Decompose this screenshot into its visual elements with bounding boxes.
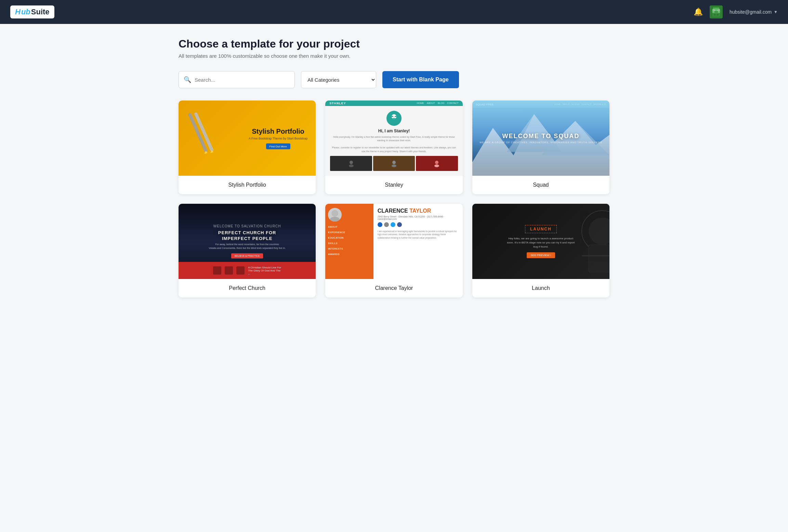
template-name-stanley: Stanley (325, 176, 462, 194)
clarence-nav-awards: AWARDS (328, 252, 370, 256)
logo-suite-text: Suite (31, 8, 50, 16)
template-preview-squad: SQUAD FREE HOME ABOUT WORKS CONTACT DRIB… (472, 101, 609, 176)
social-twitter (391, 222, 395, 227)
stanley-title: Hi, I am Stanley! (378, 129, 410, 133)
svg-point-24 (435, 161, 438, 164)
stanley-avatar (386, 111, 402, 126)
search-input[interactable] (195, 77, 290, 83)
template-name-church: Perfect Church (179, 279, 316, 297)
template-card-squad[interactable]: SQUAD FREE HOME ABOUT WORKS CONTACT DRIB… (472, 101, 609, 194)
page-title: Choose a template for your project (179, 38, 609, 50)
template-name-launch: Launch (472, 279, 609, 297)
svg-rect-8 (720, 10, 721, 12)
stanley-images (330, 156, 458, 171)
svg-rect-18 (395, 116, 396, 117)
stanley-img-3 (416, 156, 458, 171)
template-preview-clarence: ABOUT EXPERIENCE EDUCATION SKILLS INTERE… (325, 204, 462, 279)
template-preview-stanley: STANLEY HOME ABOUT BLOG CONTACT (325, 101, 462, 176)
stylish-subline: A Free Bootstrap Theme by Start Bootstra… (249, 137, 307, 140)
svg-rect-34 (589, 245, 609, 272)
clarence-nav-skills: SKILLS (328, 241, 370, 245)
templates-grid: Stylish Portfolio A Free Bootstrap Theme… (179, 101, 609, 297)
template-card-church[interactable]: WELCOME TO SALVATION CHURCH PERFECT CHUR… (179, 204, 316, 297)
template-preview-church: WELCOME TO SALVATION CHURCH PERFECT CHUR… (179, 204, 316, 279)
header: H ubSuite 🔔 hubsite@gmail.com (0, 0, 788, 24)
chevron-down-icon: ▼ (774, 10, 778, 14)
squad-text: WELCOME TO SQUAD WE ARE A GROUP OF CREAT… (480, 133, 602, 144)
launch-content: LAUNCH Hey folks, we are going to launch… (501, 220, 580, 264)
template-name-stylish-portfolio: Stylish Portfolio (179, 176, 316, 194)
logo-h-letter: H (15, 8, 21, 16)
clarence-avatar (328, 208, 342, 222)
clarence-address: 2942 Berry Street · Glendale Hills, CA 9… (378, 215, 459, 220)
svg-point-20 (350, 161, 353, 164)
social-facebook (397, 222, 402, 227)
church-welcome: WELCOME TO SALVATION CHURCH (209, 224, 286, 228)
blank-page-button[interactable]: Start with Blank Page (382, 71, 459, 88)
svg-point-21 (349, 164, 354, 167)
clarence-main: CLARENCE TAYLOR 2942 Berry Street · Glen… (373, 204, 463, 279)
clarence-sidebar: ABOUT EXPERIENCE EDUCATION SKILLS INTERE… (325, 204, 373, 279)
stanley-nav-about: ABOUT (427, 102, 435, 104)
page-subtitle: All templates are 100% customizable so c… (179, 53, 609, 59)
category-select[interactable]: All Categories Portfolio Business Blog L… (301, 71, 376, 88)
stanley-nav-links: HOME ABOUT BLOG CONTACT (417, 102, 459, 104)
stanley-nav-contact: CONTACT (447, 102, 458, 104)
svg-rect-9 (712, 13, 720, 16)
controls-row: 🔍 All Categories Portfolio Business Blog… (179, 71, 609, 88)
template-card-clarence[interactable]: ABOUT EXPERIENCE EDUCATION SKILLS INTERE… (325, 204, 462, 297)
svg-rect-10 (714, 14, 716, 16)
launch-desc: Hey folks, we are going to launch a awes… (507, 237, 575, 249)
church-title: PERFECT CHURCH FORIMPERFECT PEOPLE (209, 230, 286, 242)
church-icon-3 (236, 266, 245, 275)
church-bottom-quote: A Christian Should Live ForThe Glory Of … (248, 266, 281, 275)
clarence-desc: I am experienced in leveraging agile fra… (378, 230, 459, 240)
clarence-nav: ABOUT EXPERIENCE EDUCATION SKILLS INTERE… (328, 225, 370, 256)
svg-point-30 (331, 210, 338, 217)
stanley-img-1 (330, 156, 372, 171)
clarence-name: CLARENCE TAYLOR (378, 208, 459, 214)
clarence-surname: TAYLOR (409, 208, 431, 214)
stanley-img-2 (373, 156, 415, 171)
svg-point-23 (392, 164, 396, 167)
template-card-launch[interactable]: LAUNCH Hey folks, we are going to launch… (472, 204, 609, 297)
church-btn: BELIEVE & PRACTICE (231, 253, 263, 258)
clarence-nav-education: EDUCATION (328, 236, 370, 240)
squad-title: WELCOME TO SQUAD (480, 133, 602, 140)
stanley-nav-blog: BLOG (438, 102, 444, 104)
svg-rect-0 (713, 8, 719, 9)
svg-rect-5 (718, 10, 719, 11)
launch-btn: SEE PREVIEW ! (527, 252, 555, 258)
svg-point-22 (392, 161, 396, 164)
svg-rect-11 (717, 14, 719, 16)
svg-point-33 (589, 217, 609, 245)
clarence-social (378, 222, 459, 227)
stylish-headline: Stylish Portfolio (249, 127, 307, 135)
avatar (710, 5, 723, 18)
svg-rect-6 (714, 12, 718, 12)
svg-point-31 (330, 217, 340, 222)
clarence-nav-experience: EXPERIENCE (328, 230, 370, 234)
stylish-preview-btn: Find Out More (266, 144, 290, 149)
svg-rect-17 (392, 116, 393, 117)
social-linkedin (378, 222, 382, 227)
search-icon: 🔍 (184, 76, 191, 83)
stanley-nav: STANLEY HOME ABOUT BLOG CONTACT (325, 101, 462, 106)
template-card-stanley[interactable]: STANLEY HOME ABOUT BLOG CONTACT (325, 101, 462, 194)
social-github (384, 222, 389, 227)
logo[interactable]: H ubSuite (10, 5, 54, 18)
svg-rect-7 (712, 10, 712, 12)
template-preview-stylish-portfolio: Stylish Portfolio A Free Bootstrap Theme… (179, 101, 316, 176)
church-icon-2 (225, 266, 233, 275)
church-sub: For away, behind the word mountains, far… (209, 243, 286, 250)
logo-hub-text: ub (21, 8, 30, 16)
svg-point-25 (434, 164, 439, 167)
template-card-stylish-portfolio[interactable]: Stylish Portfolio A Free Bootstrap Theme… (179, 101, 316, 194)
user-menu[interactable]: hubsite@gmail.com ▼ (730, 9, 778, 15)
stanley-nav-home: HOME (417, 102, 424, 104)
user-email: hubsite@gmail.com (730, 9, 772, 15)
pencils-decoration (182, 111, 230, 159)
template-preview-launch: LAUNCH Hey folks, we are going to launch… (472, 204, 609, 279)
bell-icon[interactable]: 🔔 (694, 8, 703, 16)
search-wrapper: 🔍 (179, 71, 295, 88)
